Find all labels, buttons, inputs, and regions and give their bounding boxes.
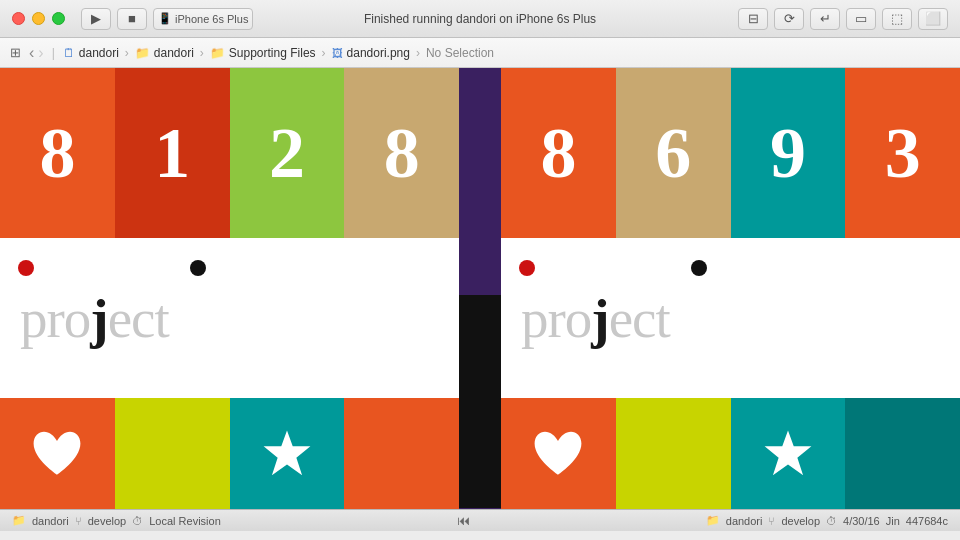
grid-icon[interactable]: ⊞ [10,45,21,60]
image-canvas: 8 1 2 8 project [0,68,960,509]
icon-heart-left [0,398,115,509]
device-label: iPhone 6s Plus [175,13,248,25]
toolbar-controls: ▶ ■ 📱 iPhone 6s Plus [81,8,253,30]
top-numbers-right: 8 6 9 3 [501,68,960,238]
sb-right-branch: develop [781,515,820,527]
black-dot-left [190,260,206,276]
minimize-button[interactable] [32,12,45,25]
left-panel: 8 1 2 8 project [0,68,459,509]
sb-right-date: 4/30/16 [843,515,880,527]
center-divider [459,68,501,509]
maximize-button[interactable] [52,12,65,25]
nav-back[interactable]: ‹ [29,45,34,61]
logo-j-left: j [90,288,107,349]
sb-branch: develop [88,515,127,527]
svg-marker-1 [764,430,811,475]
bottom-icons-left [0,398,459,509]
breadcrumb-bar: ⊞ ‹ › | 🗒 dandori › 📁 dandori › 📁 Suppor… [0,38,960,68]
split-view-button[interactable]: ⊟ [738,8,768,30]
tile-l-0: 8 [0,68,115,238]
sb-right-hash: 447684c [906,515,948,527]
tile-r-2: 9 [731,68,846,238]
icon-blank-left-1 [115,398,230,509]
window-button[interactable]: ▭ [846,8,876,30]
logo-j-right: j [591,288,608,349]
statusbar: 📁 dandori ⑂ develop ⏱ Local Revision ⏮ 📁… [0,509,960,531]
sb-center: ⏮ [221,513,706,528]
tile-l-2: 2 [230,68,345,238]
sb-right-clock-icon: ⏱ [826,515,837,527]
red-dot-right [519,260,535,276]
statusbar-left: 📁 dandori ⑂ develop ⏱ Local Revision [12,514,221,527]
logo-area-right: project [501,238,960,398]
bc-dandori-folder[interactable]: dandori [154,46,194,60]
divider-mid [459,295,501,508]
full-button[interactable]: ⬜ [918,8,948,30]
bottom-icons-right [501,398,960,509]
logo-text-left: project [20,287,169,350]
bc-supporting-files[interactable]: Supporting Files [229,46,316,60]
sb-branch-icon: ⑂ [75,515,82,527]
bc-sep-1: › [125,46,129,60]
toolbar-right: ⊟ ⟳ ↵ ▭ ⬚ ⬜ [738,8,948,30]
icon-heart-right [501,398,616,509]
sb-history-icon[interactable]: ⏮ [457,513,470,528]
bc-sep-2: › [200,46,204,60]
heart-icon-right [532,428,584,480]
return-button[interactable]: ↵ [810,8,840,30]
window-title: Finished running dandori on iPhone 6s Pl… [364,12,596,26]
sb-right-branch-icon: ⑂ [768,515,775,527]
sb-project-icon: 📁 [12,514,26,527]
star-icon-left [261,428,313,480]
nav-button[interactable]: ⟳ [774,8,804,30]
icon-blank-right-2 [845,398,960,509]
icon-star-left [230,398,345,509]
window-controls [12,12,65,25]
bc-no-selection: No Selection [426,46,494,60]
play-button[interactable]: ▶ [81,8,111,30]
nav-forward[interactable]: › [38,45,43,61]
titlebar: ▶ ■ 📱 iPhone 6s Plus Finished running da… [0,0,960,38]
tile-r-3: 3 [845,68,960,238]
tile-r-1: 6 [616,68,731,238]
main-content: 8 1 2 8 project [0,68,960,509]
scheme-button[interactable]: 📱 iPhone 6s Plus [153,8,253,30]
icon-blank-left-2 [344,398,459,509]
black-dot-right [691,260,707,276]
divider-bot [459,508,501,509]
tile-l-1: 1 [115,68,230,238]
bc-file-icon: 🗒 [63,46,75,60]
icon-star-right [731,398,846,509]
top-numbers-left: 8 1 2 8 [0,68,459,238]
bc-folder-icon-2: 📁 [210,46,225,60]
logo-text-right: project [521,287,670,350]
heart-icon-left [31,428,83,480]
sb-project: dandori [32,515,69,527]
bc-dandori-file[interactable]: dandori [79,46,119,60]
red-dot-left [18,260,34,276]
sb-right-author: Jin [886,515,900,527]
bc-sep-4: › [416,46,420,60]
divider-top [459,68,501,295]
bc-sep-3: › [322,46,326,60]
close-button[interactable] [12,12,25,25]
sb-revision: Local Revision [149,515,221,527]
bc-png-icon: 🖼 [332,47,343,59]
tile-r-0: 8 [501,68,616,238]
statusbar-right: 📁 dandori ⑂ develop ⏱ 4/30/16 Jin 447684… [706,514,948,527]
tile-button[interactable]: ⬚ [882,8,912,30]
logo-area-left: project [0,238,459,398]
svg-marker-0 [263,430,310,475]
title-text: Finished running dandori on iPhone 6s Pl… [364,12,596,26]
stop-button[interactable]: ■ [117,8,147,30]
icon-blank-right-1 [616,398,731,509]
bc-dandori-png[interactable]: dandori.png [347,46,410,60]
right-panel: 8 6 9 3 project [501,68,960,509]
sb-right-project: dandori [726,515,763,527]
sb-right-folder-icon: 📁 [706,514,720,527]
tile-l-3: 8 [344,68,459,238]
star-icon-right [762,428,814,480]
bc-folder-icon-1: 📁 [135,46,150,60]
sb-clock-icon: ⏱ [132,515,143,527]
